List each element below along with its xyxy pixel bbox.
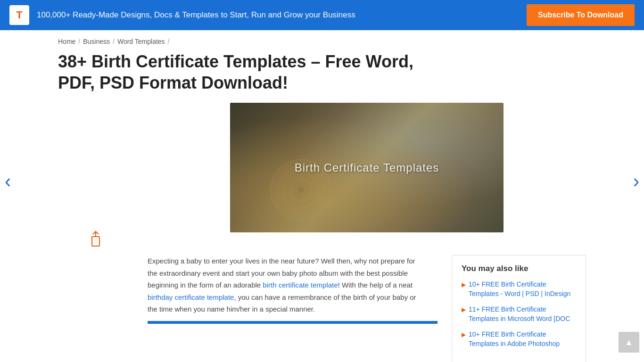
body-text-2: ! With the help of a neat: [338, 281, 413, 289]
left-panel: [58, 103, 133, 362]
lower-content: Expecting a baby to enter your lives in …: [148, 255, 586, 362]
sep3: /: [168, 38, 170, 45]
next-arrow[interactable]: ›: [633, 171, 639, 192]
sidebar-arrow-2: ▶: [462, 306, 466, 313]
sidebar-title: You may also like: [462, 264, 576, 273]
svg-rect-0: [92, 237, 99, 246]
sep1: /: [78, 38, 80, 45]
birth-cert-link[interactable]: birth certificate template: [263, 281, 338, 289]
sidebar-link-2[interactable]: 11+ FREE Birth Certificate Templates in …: [469, 305, 576, 323]
sidebar-arrow-3: ▶: [462, 331, 466, 338]
hero-text: Birth Certificate Templates: [295, 161, 439, 174]
body-text: Expecting a baby to enter your lives in …: [148, 255, 426, 315]
blue-bar: [148, 321, 438, 324]
breadcrumb-business[interactable]: Business: [83, 38, 110, 45]
sidebar-link-item-3: ▶ 10+ FREE Birth Certificate Templates i…: [462, 330, 576, 348]
banner-text: 100,000+ Ready-Made Designs, Docs & Temp…: [37, 10, 355, 20]
content-wrapper: Birth Certificate Templates Expecting a …: [58, 103, 586, 362]
birthday-cert-link[interactable]: birthday certificate template: [148, 293, 234, 301]
main-content: Home / Business / Word Templates / 38+ B…: [39, 30, 605, 362]
banner-left: T 100,000+ Ready-Made Designs, Docs & Te…: [9, 5, 355, 25]
lower-right: You may also like ▶ 10+ FREE Birth Certi…: [452, 255, 586, 362]
breadcrumb: Home / Business / Word Templates /: [58, 30, 586, 51]
hero-image: Birth Certificate Templates: [230, 103, 504, 232]
prev-arrow[interactable]: ‹: [5, 171, 11, 192]
share-icon[interactable]: [87, 230, 104, 252]
sidebar-link-item-2: ▶ 11+ FREE Birth Certificate Templates i…: [462, 305, 576, 323]
sidebar-link-1[interactable]: 10+ FREE Birth Certificate Templates - W…: [469, 280, 576, 298]
top-banner: T 100,000+ Ready-Made Designs, Docs & Te…: [0, 0, 644, 30]
sep2: /: [113, 38, 115, 45]
sidebar-link-3[interactable]: 10+ FREE Birth Certificate Templates in …: [469, 330, 576, 348]
breadcrumb-word-templates[interactable]: Word Templates: [117, 38, 165, 45]
breadcrumb-home[interactable]: Home: [58, 38, 75, 45]
sidebar-arrow-1: ▶: [462, 281, 466, 288]
svg-point-6: [297, 186, 305, 194]
sidebar-link-item-1: ▶ 10+ FREE Birth Certificate Templates -…: [462, 280, 576, 298]
page-title: 38+ Birth Certificate Templates – Free W…: [58, 51, 445, 93]
hero-wrapper: Birth Certificate Templates: [148, 103, 586, 244]
lower-left: Expecting a baby to enter your lives in …: [148, 255, 438, 362]
sidebar-box: You may also like ▶ 10+ FREE Birth Certi…: [452, 255, 586, 362]
logo-icon: T: [9, 5, 29, 25]
center-right: Birth Certificate Templates Expecting a …: [148, 103, 586, 362]
scroll-top-button[interactable]: ▲: [619, 332, 639, 353]
subscribe-button[interactable]: Subscribe To Download: [527, 4, 635, 26]
